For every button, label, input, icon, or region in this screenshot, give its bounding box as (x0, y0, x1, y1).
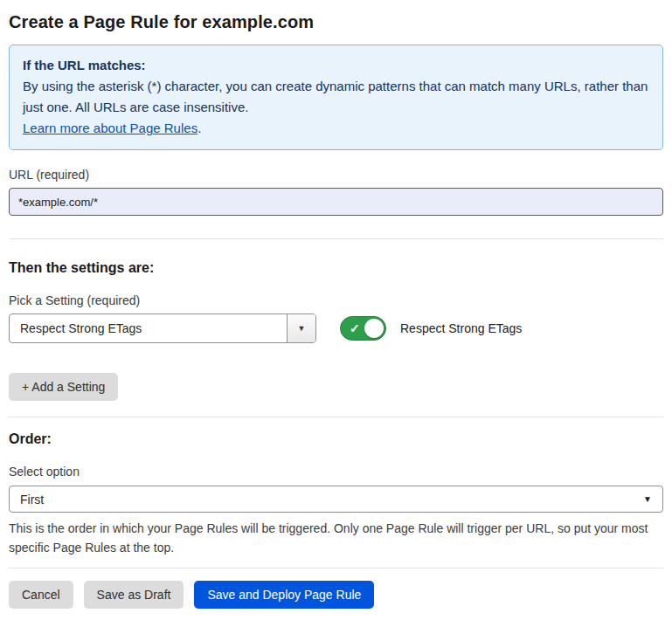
url-match-info-box: If the URL matches: By using the asteris… (9, 45, 663, 150)
divider (9, 417, 663, 417)
order-select-label: Select option (9, 465, 663, 479)
url-input[interactable] (9, 188, 663, 216)
setting-select[interactable]: Respect Strong ETags ▼ (9, 314, 316, 343)
info-box-link-line: Learn more about Page Rules. (23, 118, 649, 139)
save-deploy-button[interactable]: Save and Deploy Page Rule (194, 581, 374, 609)
setting-select-value: Respect Strong ETags (10, 314, 287, 342)
info-box-heading: If the URL matches: (23, 55, 649, 76)
setting-select-dropdown-button[interactable]: ▼ (287, 314, 315, 342)
setting-row: Respect Strong ETags ▼ ✓ Respect Strong … (9, 314, 663, 343)
setting-toggle[interactable]: ✓ (340, 316, 386, 341)
order-heading: Order: (9, 431, 663, 447)
divider (9, 568, 663, 568)
order-help-text: This is the order in which your Page Rul… (9, 519, 663, 557)
link-period: . (197, 121, 201, 135)
chevron-down-icon: ▼ (298, 325, 306, 333)
toggle-label: Respect Strong ETags (400, 321, 522, 335)
divider (9, 238, 663, 239)
url-label: URL (required) (9, 168, 663, 182)
info-box-body: By using the asterisk (*) character, you… (23, 76, 649, 118)
learn-more-link[interactable]: Learn more about Page Rules (23, 121, 197, 135)
settings-heading: Then the settings are: (9, 260, 663, 276)
check-icon: ✓ (350, 322, 360, 334)
page-rule-form: Create a Page Rule for example.com If th… (9, 12, 663, 609)
page-title: Create a Page Rule for example.com (9, 12, 663, 32)
add-setting-button[interactable]: + Add a Setting (9, 373, 118, 401)
chevron-down-icon: ▼ (643, 494, 652, 504)
toggle-knob (364, 319, 384, 338)
save-draft-button[interactable]: Save as Draft (84, 581, 184, 609)
cancel-button[interactable]: Cancel (9, 581, 73, 609)
order-select[interactable]: First ▼ (9, 486, 663, 513)
pick-setting-label: Pick a Setting (required) (9, 293, 663, 307)
footer-actions: Cancel Save as Draft Save and Deploy Pag… (9, 581, 663, 609)
order-select-value: First (20, 493, 44, 506)
